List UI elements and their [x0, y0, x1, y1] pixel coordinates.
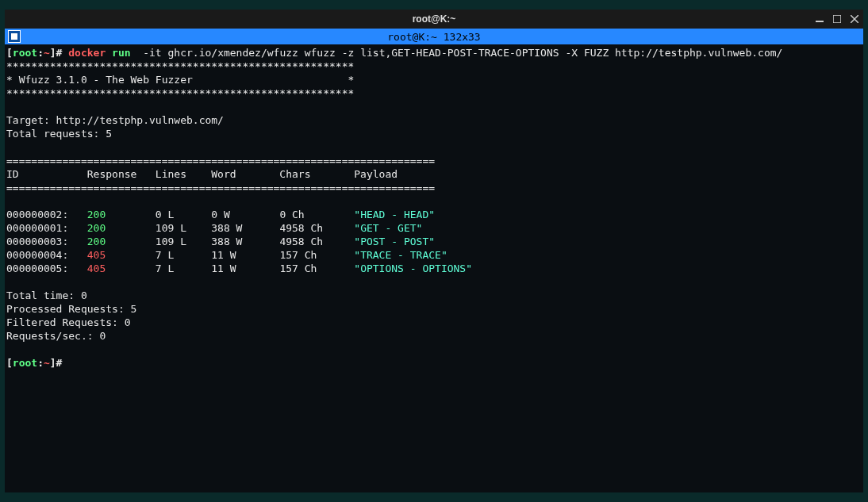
terminal-tab-title: root@K:~ 132x33: [387, 31, 480, 43]
prompt2-close: ]#: [50, 357, 63, 369]
cmd-docker: docker: [68, 47, 106, 59]
summary-processed: Processed Requests: 5: [6, 303, 136, 315]
banner-title: * Wfuzz 3.1.0 - The Web Fuzzer: [6, 74, 193, 86]
target-line: Target: http://testphp.vulnweb.com/: [6, 114, 224, 126]
results-table: 000000002: 200 0 L 0 W 0 Ch "HEAD - HEAD…: [6, 208, 862, 275]
prompt-path: ~: [44, 47, 50, 59]
row-id: 000000004:: [6, 249, 87, 261]
row-response: 200: [87, 209, 156, 220]
banner-stars1: ****************************************…: [6, 60, 354, 72]
prompt-bracket-open: [: [6, 47, 13, 59]
row-id: 000000002:: [6, 209, 87, 220]
svg-rect-1: [833, 15, 841, 23]
row-lines: 7 L: [156, 249, 211, 261]
sep-bottom: ========================================…: [6, 182, 435, 194]
row-response: 405: [87, 249, 156, 261]
close-button[interactable]: [849, 13, 860, 25]
row-chars: 4958 Ch: [279, 222, 354, 234]
sep-top: ========================================…: [6, 155, 435, 167]
cursor: [62, 357, 68, 369]
row-id: 000000005:: [6, 262, 87, 274]
row-lines: 109 L: [156, 222, 211, 234]
row-lines: 109 L: [156, 236, 211, 247]
prompt-colon: :: [37, 47, 44, 59]
window-titlebar[interactable]: root@K:~: [5, 10, 863, 29]
prompt-user: root: [13, 47, 37, 59]
row-id: 000000003:: [6, 236, 87, 247]
row-word: 388 W: [211, 236, 279, 247]
row-payload: "HEAD - HEAD": [354, 209, 435, 220]
terminal-tab-bar[interactable]: root@K:~ 132x33: [5, 29, 863, 44]
prompt2-path: ~: [44, 357, 50, 369]
table-header: ID Response Lines Word Chars Payload: [6, 168, 398, 180]
row-response: 200: [87, 236, 156, 247]
row-response: 200: [87, 222, 156, 234]
row-payload: "POST - POST": [354, 236, 435, 247]
row-lines: 0 L: [156, 209, 211, 220]
svg-rect-0: [816, 21, 824, 22]
app-icon: [8, 30, 21, 43]
row-payload: "OPTIONS - OPTIONS": [354, 262, 472, 274]
terminal-window: root@K:~ root@K:~ 132x33 [root:~]# docke…: [5, 10, 863, 492]
row-payload: "GET - GET": [354, 222, 422, 234]
total-requests: Total requests: 5: [6, 128, 112, 140]
prompt2-colon: :: [37, 357, 44, 369]
window-title: root@K:~: [413, 13, 456, 25]
summary-total-time: Total time: 0: [6, 289, 87, 301]
row-chars: 157 Ch: [279, 249, 354, 261]
row-word: 11 W: [211, 249, 279, 261]
summary-rps: Requests/sec.: 0: [6, 330, 106, 342]
row-response: 405: [87, 262, 156, 274]
row-payload: "TRACE - TRACE": [354, 249, 447, 261]
banner-title-pad: *: [193, 74, 355, 86]
row-lines: 7 L: [156, 262, 211, 274]
cmd-run: run: [112, 47, 130, 59]
cmd-rest: -it ghcr.io/xmendez/wfuzz wfuzz -z list,…: [131, 47, 783, 59]
row-id: 000000001:: [6, 222, 87, 234]
row-chars: 4958 Ch: [279, 236, 354, 247]
prompt-close: ]#: [50, 47, 63, 59]
banner-stars2: ****************************************…: [6, 87, 354, 99]
row-word: 11 W: [211, 262, 279, 274]
maximize-button[interactable]: [832, 13, 843, 25]
minimize-button[interactable]: [814, 13, 825, 25]
row-word: 388 W: [211, 222, 279, 234]
window-controls: [814, 10, 860, 29]
prompt2-user: root: [13, 357, 37, 369]
row-word: 0 W: [211, 209, 279, 220]
row-chars: 0 Ch: [279, 209, 354, 220]
prompt2-bracket-open: [: [6, 357, 13, 369]
summary-filtered: Filtered Requests: 0: [6, 316, 131, 328]
row-chars: 157 Ch: [279, 262, 354, 274]
terminal-body[interactable]: [root:~]# docker run -it ghcr.io/xmendez…: [5, 44, 863, 492]
